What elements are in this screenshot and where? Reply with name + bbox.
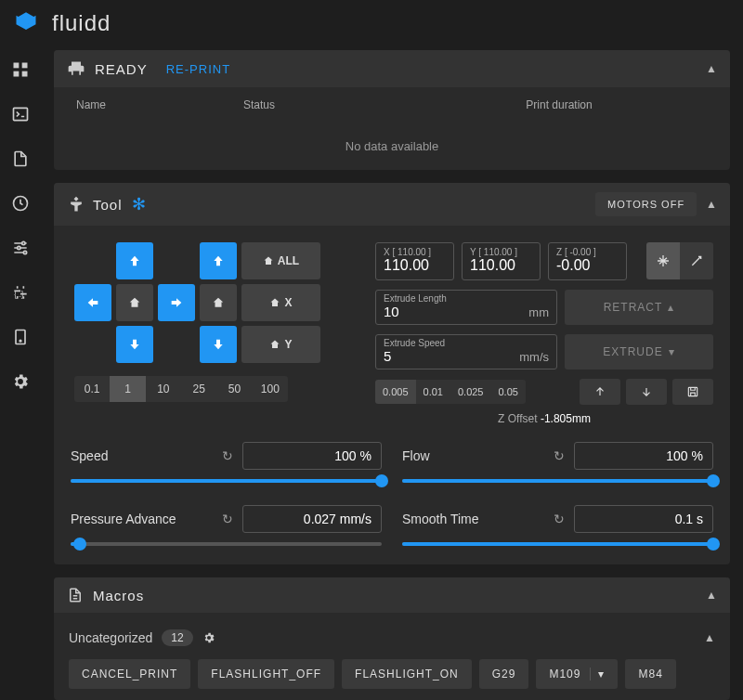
nav-system-icon[interactable]	[10, 327, 31, 347]
brand: fluidd	[52, 10, 111, 36]
chevron-down-icon: ▾	[669, 345, 675, 358]
sidenav: {..}	[0, 46, 41, 700]
distance-10[interactable]: 10	[146, 376, 181, 402]
reset-icon[interactable]: ↻	[222, 448, 233, 463]
slider-value[interactable]: 100 %	[574, 442, 713, 470]
macro-m84[interactable]: M84	[625, 659, 675, 689]
svg-point-8	[23, 251, 26, 253]
slider-track[interactable]	[402, 542, 713, 546]
slider-value[interactable]: 0.027 mm/s	[242, 505, 382, 533]
home-all-button[interactable]: ALL	[241, 242, 320, 279]
home-xy-button[interactable]	[116, 284, 153, 321]
nav-console-icon[interactable]	[10, 104, 31, 124]
nav-history-icon[interactable]	[10, 193, 31, 214]
pos-x-input[interactable]: X [ 110.00 ]110.00	[375, 242, 454, 280]
col-duration: Print duration	[411, 98, 708, 111]
svg-rect-2	[14, 71, 20, 77]
rel-mode-button[interactable]	[680, 242, 713, 279]
svg-rect-3	[22, 71, 28, 77]
chevron-up-icon: ▴	[668, 301, 674, 314]
macros-title: Macros	[93, 588, 144, 603]
tool-icon	[67, 195, 85, 214]
no-data-text: No data available	[54, 123, 730, 170]
svg-rect-0	[14, 63, 20, 69]
nav-settings-icon[interactable]	[10, 371, 31, 392]
slider-track[interactable]	[71, 479, 382, 483]
macro-settings-icon[interactable]	[202, 631, 215, 644]
macro-count-badge: 12	[162, 629, 192, 646]
reset-icon[interactable]: ↻	[554, 512, 565, 526]
zoffset-up-button[interactable]	[580, 379, 620, 405]
macro-category: Uncategorized	[69, 630, 152, 645]
logo	[13, 10, 39, 36]
macros-icon	[67, 587, 84, 603]
motors-off-button[interactable]: MOTORS OFF	[595, 192, 697, 216]
zstep-0.005[interactable]: 0.005	[375, 380, 416, 404]
slider-value[interactable]: 100 %	[242, 442, 382, 470]
col-name: Name	[76, 98, 243, 111]
jog-x-plus-button[interactable]	[158, 284, 195, 321]
col-status: Status	[243, 98, 411, 111]
home-x-button[interactable]: X	[241, 284, 320, 321]
retract-button[interactable]: RETRACT▴	[565, 290, 713, 325]
jobs-table-header: Name Status Print duration	[54, 87, 730, 123]
nav-dashboard-icon[interactable]	[10, 59, 31, 80]
svg-rect-12	[688, 387, 697, 395]
zoffset-down-button[interactable]	[626, 379, 667, 405]
jog-z-plus-button[interactable]	[200, 242, 237, 279]
svg-point-7	[18, 246, 20, 249]
slider-flow: Flow↻100 %	[402, 442, 713, 483]
topbar: fluidd	[0, 0, 743, 46]
reset-icon[interactable]: ↻	[222, 512, 233, 526]
macros-panel: Macros ▲ Uncategorized 12 ▲ CANCEL_PRINT…	[54, 577, 730, 700]
printer-icon	[67, 59, 85, 78]
zoffset-save-button[interactable]	[672, 379, 713, 405]
slider-track[interactable]	[71, 542, 382, 546]
slider-value[interactable]: 0.1 s	[574, 505, 713, 533]
collapse-ready-icon[interactable]: ▲	[706, 62, 717, 75]
jog-x-minus-button[interactable]	[74, 284, 111, 321]
zstep-0.01[interactable]: 0.01	[416, 380, 450, 404]
zstep-0.05[interactable]: 0.05	[490, 380, 525, 404]
reset-icon[interactable]: ↻	[554, 448, 565, 463]
distance-selector: 0.11102550100	[74, 376, 288, 402]
tool-title: Tool	[93, 197, 123, 213]
nav-tune-icon[interactable]	[10, 238, 31, 258]
slider-smooth-time: Smooth Time↻0.1 s	[402, 505, 713, 546]
svg-rect-1	[22, 63, 28, 69]
macro-g29[interactable]: G29	[479, 659, 529, 689]
abs-mode-button[interactable]	[646, 242, 680, 279]
chevron-down-icon[interactable]: ▾	[590, 668, 605, 681]
distance-1[interactable]: 1	[110, 376, 145, 402]
distance-0.1[interactable]: 0.1	[74, 376, 110, 402]
pos-z-input[interactable]: Z [ -0.00 ]-0.00	[548, 242, 627, 280]
tool-panel: Tool ✻ MOTORS OFF ▲ ALL	[54, 183, 730, 564]
pos-y-input[interactable]: Y [ 110.00 ]110.00	[462, 242, 541, 280]
distance-100[interactable]: 100	[253, 376, 288, 402]
distance-25[interactable]: 25	[181, 376, 216, 402]
svg-text:{..}: {..}	[14, 290, 23, 299]
collapse-tool-icon[interactable]: ▲	[706, 198, 717, 211]
macro-cancel_print[interactable]: CANCEL_PRINT	[69, 659, 190, 689]
slider-track[interactable]	[402, 479, 713, 483]
nav-gcode-icon[interactable]	[10, 149, 31, 169]
nav-config-icon[interactable]: {..}	[10, 282, 31, 303]
macro-m109[interactable]: M109▾	[536, 659, 618, 689]
macro-flashlight_off[interactable]: FLASHLIGHT_OFF	[198, 659, 334, 689]
extrude-speed-input[interactable]: Extrude Speed5 mm/s	[375, 334, 557, 369]
zstep-0.025[interactable]: 0.025	[450, 380, 491, 404]
home-y-button[interactable]: Y	[241, 326, 320, 363]
jog-y-plus-button[interactable]	[116, 242, 153, 279]
reprint-button[interactable]: RE-PRINT	[166, 62, 230, 76]
collapse-macros-icon[interactable]: ▲	[706, 589, 717, 602]
slider-speed: Speed↻100 %	[71, 442, 382, 483]
extrude-button[interactable]: EXTRUDE▾	[565, 334, 713, 369]
home-z-button[interactable]	[200, 284, 237, 321]
jog-z-minus-button[interactable]	[200, 326, 237, 363]
extrude-length-input[interactable]: Extrude Length10 mm	[375, 290, 557, 325]
macro-flashlight_on[interactable]: FLASHLIGHT_ON	[342, 659, 472, 689]
tool-settings-icon[interactable]: ✻	[132, 194, 146, 214]
distance-50[interactable]: 50	[216, 376, 252, 402]
collapse-category-icon[interactable]: ▲	[704, 631, 715, 644]
jog-y-minus-button[interactable]	[116, 326, 153, 363]
